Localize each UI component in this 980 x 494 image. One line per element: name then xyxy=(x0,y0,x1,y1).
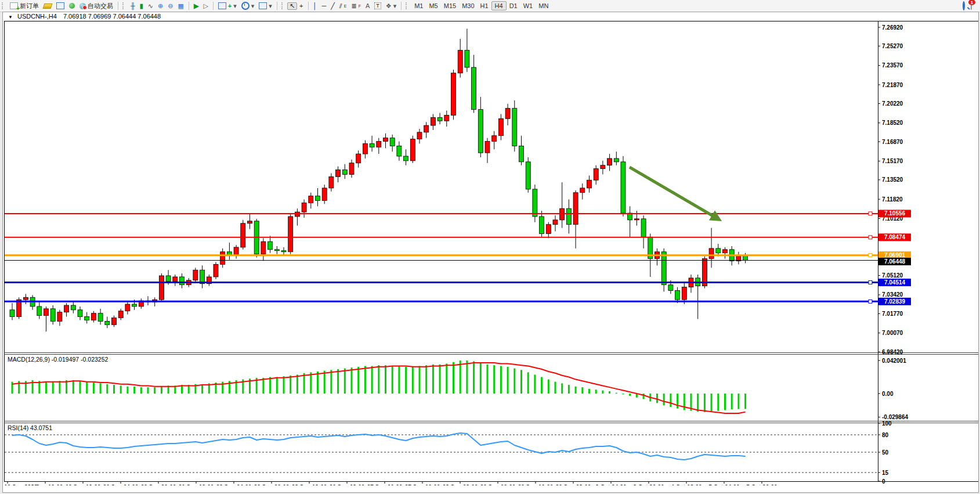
trendline-tool-button[interactable]: ╱ xyxy=(328,2,337,10)
svg-text:7.20220: 7.20220 xyxy=(882,100,903,107)
chevron-down-icon: ▾ xyxy=(233,3,237,9)
timeframe-m1[interactable]: M1 xyxy=(411,2,426,10)
templates-button[interactable]: ▾ xyxy=(256,2,274,10)
chart-shift-button[interactable]: ▷ xyxy=(201,2,210,10)
fibonacci-icon: ≣ xyxy=(351,3,356,9)
svg-text:7.13520: 7.13520 xyxy=(882,176,903,183)
svg-text:0.042001: 0.042001 xyxy=(882,358,906,364)
zoom-in-icon: ⊕ xyxy=(158,3,163,9)
cursor-tool-button[interactable]: ↖ xyxy=(287,2,297,10)
svg-text:3 Oct 04:00: 3 Oct 04:00 xyxy=(595,484,627,485)
chart-window: ▼ USDCNH-,H4 7.06918 7.06969 7.06444 7.0… xyxy=(2,12,979,493)
svg-text:7.03420: 7.03420 xyxy=(882,291,903,298)
horizontal-line-tool-button[interactable]: ─ xyxy=(319,2,328,10)
separator xyxy=(277,2,277,10)
bar-chart-button[interactable]: ╫ xyxy=(128,2,138,10)
text-tool-icon: A xyxy=(366,3,370,9)
svg-text:100: 100 xyxy=(882,420,892,427)
market-watch-button[interactable] xyxy=(54,2,67,10)
svg-text:7.21870: 7.21870 xyxy=(882,82,903,88)
candle-chart-button[interactable]: ▮ xyxy=(138,2,146,10)
separator xyxy=(213,2,214,10)
toolbar-grip xyxy=(122,2,126,9)
auto-scroll-button[interactable]: ▶ xyxy=(191,2,201,10)
svg-text:-0.029864: -0.029864 xyxy=(882,414,908,420)
svg-text:22 Sep 20:00: 22 Sep 20:00 xyxy=(254,484,290,485)
new-order-button[interactable]: 新订单 xyxy=(8,1,41,11)
clock-icon xyxy=(241,2,249,10)
cursor-icon: ↖ xyxy=(290,3,295,9)
zoom-out-button[interactable]: ⊖ xyxy=(165,2,175,10)
svg-text:7.23570: 7.23570 xyxy=(882,62,903,68)
svg-text:7.06448: 7.06448 xyxy=(884,258,906,265)
notifications-button[interactable]: 1 xyxy=(971,2,972,9)
timeframe-m30[interactable]: M30 xyxy=(459,2,477,10)
separator xyxy=(401,2,402,10)
timeframe-h1[interactable]: H1 xyxy=(478,2,491,10)
chart-canvas[interactable]: 7.269207.252707.235707.218707.202207.185… xyxy=(3,21,978,485)
chart-title-bar[interactable]: ▼ USDCNH-,H4 7.06918 7.06969 7.06444 7.0… xyxy=(3,12,978,21)
chevron-down-icon: ▾ xyxy=(393,3,397,9)
chart-shift-icon: ▷ xyxy=(203,3,208,9)
crosshair-tool-button[interactable]: + xyxy=(297,2,305,10)
auto-trading-label: 自动交易 xyxy=(88,2,113,10)
new-order-label: 新订单 xyxy=(20,2,39,10)
svg-text:22 Sep 04:00: 22 Sep 04:00 xyxy=(216,484,252,485)
tile-windows-button[interactable]: ▦ xyxy=(176,2,186,10)
vertical-line-tool-button[interactable]: │ xyxy=(311,2,320,10)
candles-chart-icon: ▮ xyxy=(140,3,143,9)
fibonacci-label: F xyxy=(359,4,361,8)
line-chart-icon: ∿ xyxy=(148,3,153,9)
timeframe-h4[interactable]: H4 xyxy=(491,1,507,10)
fibonacci-tool-button[interactable]: ≣ F xyxy=(349,2,363,10)
timeframe-d1[interactable]: D1 xyxy=(507,2,520,10)
separator xyxy=(118,2,118,10)
svg-text:7.18520: 7.18520 xyxy=(882,120,903,126)
signals-button[interactable] xyxy=(67,2,77,9)
svg-text:5 Oct 04:00: 5 Oct 04:00 xyxy=(708,484,740,485)
svg-text:20 Sep 04:00: 20 Sep 04:00 xyxy=(103,484,139,485)
svg-text:27 Sep 16:00: 27 Sep 16:00 xyxy=(405,484,440,485)
signal-icon xyxy=(69,3,75,9)
text-tool-button[interactable]: A xyxy=(363,2,372,10)
channel-tool-button[interactable]: ⫽ E xyxy=(337,2,349,10)
line-chart-button[interactable]: ∿ xyxy=(146,2,156,10)
search-button[interactable] xyxy=(963,2,965,9)
zoom-out-icon: ⊖ xyxy=(168,3,173,9)
indicators-button[interactable]: + ▾ xyxy=(216,2,239,10)
timeframe-m5[interactable]: M5 xyxy=(426,2,440,10)
svg-text:7.04514: 7.04514 xyxy=(884,279,906,286)
svg-text:7.25270: 7.25270 xyxy=(882,43,903,49)
horizontal-line-icon: ─ xyxy=(321,3,326,9)
gold-button[interactable] xyxy=(41,3,54,9)
auto-trading-button[interactable]: 自动交易 xyxy=(77,1,115,11)
zoom-in-button[interactable]: ⊕ xyxy=(156,2,165,10)
shapes-tool-button[interactable]: ❖ ▾ xyxy=(384,2,399,10)
svg-text:7.02839: 7.02839 xyxy=(884,298,906,305)
timeframe-w1[interactable]: W1 xyxy=(520,2,536,10)
separator xyxy=(308,2,309,10)
label-tool-button[interactable]: T xyxy=(372,2,384,10)
svg-text:7.01770: 7.01770 xyxy=(882,311,903,317)
timeframe-mn[interactable]: MN xyxy=(536,2,551,10)
search-icon xyxy=(963,1,965,10)
svg-text:7.16870: 7.16870 xyxy=(882,139,903,145)
svg-text:50: 50 xyxy=(882,449,889,456)
svg-text:4 Oct 12:00: 4 Oct 12:00 xyxy=(671,484,702,485)
trendline-icon: ╱ xyxy=(331,3,335,9)
svg-text:7.11820: 7.11820 xyxy=(882,196,903,203)
label-tool-icon: T xyxy=(374,2,381,9)
svg-text:7.00070: 7.00070 xyxy=(882,330,903,336)
tile-windows-icon: ▦ xyxy=(178,3,184,9)
svg-text:0: 0 xyxy=(882,478,885,485)
svg-text:26 Sep 08:00: 26 Sep 08:00 xyxy=(330,484,365,485)
window-icon xyxy=(56,2,64,9)
template-icon xyxy=(259,2,267,9)
chevron-down-icon: ▾ xyxy=(269,3,272,9)
chevron-down-icon: ▾ xyxy=(251,3,255,9)
svg-text:19 Sep 12:00: 19 Sep 12:00 xyxy=(66,484,101,485)
timeframe-m15[interactable]: M15 xyxy=(441,2,459,10)
crosshair-icon: + xyxy=(299,3,303,9)
periods-button[interactable]: ▾ xyxy=(239,1,257,10)
svg-text:5 Oct 20:00: 5 Oct 20:00 xyxy=(746,484,778,485)
